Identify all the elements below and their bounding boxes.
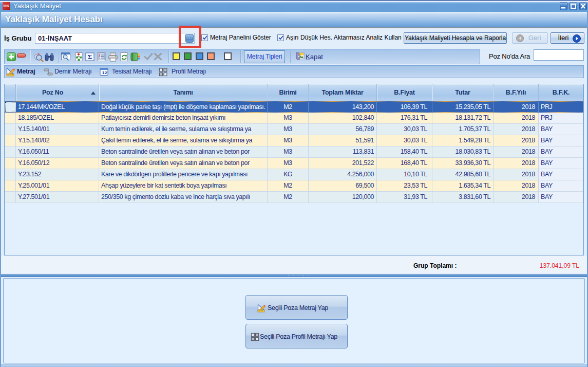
svg-text:Σ: Σ bbox=[88, 53, 92, 61]
